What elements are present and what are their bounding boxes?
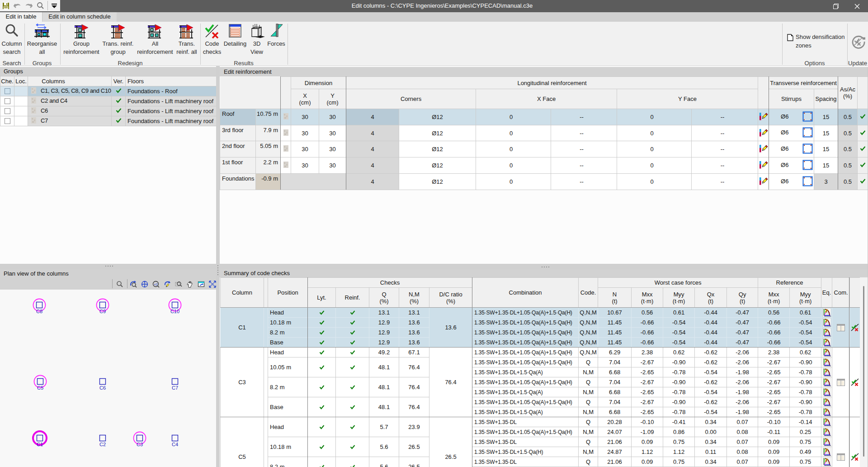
svg-text:×2: ×2 xyxy=(154,282,158,286)
svg-text:C1: C1 xyxy=(37,442,43,447)
svg-text:C7: C7 xyxy=(172,385,178,391)
svg-text:C9: C9 xyxy=(99,309,106,314)
svg-text:C5: C5 xyxy=(37,385,43,391)
svg-text:C4: C4 xyxy=(172,442,178,447)
svg-text:C8: C8 xyxy=(36,309,42,314)
svg-text:C10: C10 xyxy=(170,309,179,314)
svg-text:C3: C3 xyxy=(137,442,143,447)
svg-text:C2: C2 xyxy=(99,442,106,447)
svg-text:C6: C6 xyxy=(99,385,106,391)
